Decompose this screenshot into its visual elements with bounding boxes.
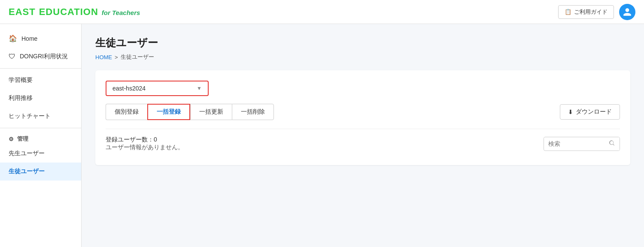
download-icon: ⬇ xyxy=(568,108,573,115)
logo-education: EDUCATION xyxy=(39,6,98,18)
info-row: 登録ユーザー数：0 ユーザー情報がありません。 xyxy=(106,136,620,151)
user-avatar[interactable] xyxy=(619,4,635,20)
breadcrumb: HOME > 生徒ユーザー xyxy=(95,53,630,61)
sidebar-item-seito[interactable]: 生徒ユーザー xyxy=(0,163,81,181)
sidebar-item-sensei[interactable]: 先生ユーザー xyxy=(0,145,81,163)
sidebar-divider-2 xyxy=(0,128,81,128)
sidebar-item-gakushu[interactable]: 学習概要 xyxy=(0,71,81,89)
guide-icon: 📋 xyxy=(565,9,571,15)
sidebar-item-label: 生徒ユーザー xyxy=(9,168,45,175)
info-section: 登録ユーザー数：0 ユーザー情報がありません。 xyxy=(106,129,620,151)
sidebar-item-home[interactable]: 🏠 Home xyxy=(0,29,81,48)
breadcrumb-home[interactable]: HOME xyxy=(95,54,112,60)
sidebar-item-label: 学習概要 xyxy=(9,76,33,84)
action-row: 個別登録 一括登録 一括更新 一括削除 ⬇ ダウンロード xyxy=(106,104,620,120)
download-label: ダウンロード xyxy=(576,108,612,116)
sidebar: 🏠 Home 🛡 DONGRI利用状況 学習概要 利用推移 ヒットチャート ⚙ … xyxy=(0,24,82,247)
logo-east: EAST xyxy=(9,6,36,18)
search-input[interactable] xyxy=(544,138,604,150)
sidebar-item-label: ヒットチャート xyxy=(9,112,51,120)
class-dropdown[interactable]: east-hs2024 ▼ xyxy=(106,81,209,96)
bulk-delete-button[interactable]: 一括削除 xyxy=(232,104,274,120)
download-button[interactable]: ⬇ ダウンロード xyxy=(560,104,620,120)
content-card: east-hs2024 ▼ 個別登録 一括登録 一括更新 一括削除 ⬇ ダウンロ… xyxy=(95,70,630,165)
breadcrumb-separator: > xyxy=(115,54,118,60)
info-left: 登録ユーザー数：0 ユーザー情報がありません。 xyxy=(106,136,184,151)
dropdown-value: east-hs2024 xyxy=(112,85,146,92)
sidebar-section-label: 管理 xyxy=(17,135,28,143)
header-right: 📋 ご利用ガイド xyxy=(558,4,635,20)
sidebar-item-hit[interactable]: ヒットチャート xyxy=(0,107,81,125)
sidebar-item-dongri[interactable]: 🛡 DONGRI利用状況 xyxy=(0,48,81,66)
sidebar-item-label: 先生ユーザー xyxy=(9,150,45,157)
gear-icon: ⚙ xyxy=(9,136,14,142)
sidebar-section-kanri: ⚙ 管理 xyxy=(0,131,81,145)
dropdown-wrapper: east-hs2024 ▼ xyxy=(106,81,620,96)
sidebar-item-label: 利用推移 xyxy=(9,94,33,102)
search-icon xyxy=(608,140,615,147)
sidebar-divider xyxy=(0,68,81,69)
sidebar-item-label: Home xyxy=(21,35,37,42)
sidebar-item-label: DONGRI利用状況 xyxy=(20,53,68,60)
individual-register-button[interactable]: 個別登録 xyxy=(106,104,147,120)
search-box xyxy=(544,137,620,151)
bulk-update-button[interactable]: 一括更新 xyxy=(190,104,232,120)
logo-for-teachers: for Teachers xyxy=(102,9,140,16)
user-count: 登録ユーザー数：0 xyxy=(106,136,184,144)
guide-button[interactable]: 📋 ご利用ガイド xyxy=(558,5,614,19)
logo: EASTEDUCATION for Teachers xyxy=(9,6,140,18)
bulk-register-button[interactable]: 一括登録 xyxy=(147,104,190,120)
shield-icon: 🛡 xyxy=(9,53,15,60)
main-content: 生徒ユーザー HOME > 生徒ユーザー east-hs2024 ▼ 個別登録 … xyxy=(82,24,644,247)
page-title: 生徒ユーザー xyxy=(95,36,630,50)
main-layout: 🏠 Home 🛡 DONGRI利用状況 学習概要 利用推移 ヒットチャート ⚙ … xyxy=(0,24,644,247)
home-icon: 🏠 xyxy=(9,34,17,42)
sidebar-item-riyo[interactable]: 利用推移 xyxy=(0,89,81,107)
app-header: EASTEDUCATION for Teachers 📋 ご利用ガイド xyxy=(0,0,644,24)
breadcrumb-current: 生徒ユーザー xyxy=(121,53,154,61)
chevron-down-icon: ▼ xyxy=(197,85,202,91)
action-buttons: 個別登録 一括登録 一括更新 一括削除 xyxy=(106,104,274,120)
search-button[interactable] xyxy=(604,137,620,151)
guide-label: ご利用ガイド xyxy=(574,8,608,16)
no-data-message: ユーザー情報がありません。 xyxy=(106,144,184,151)
